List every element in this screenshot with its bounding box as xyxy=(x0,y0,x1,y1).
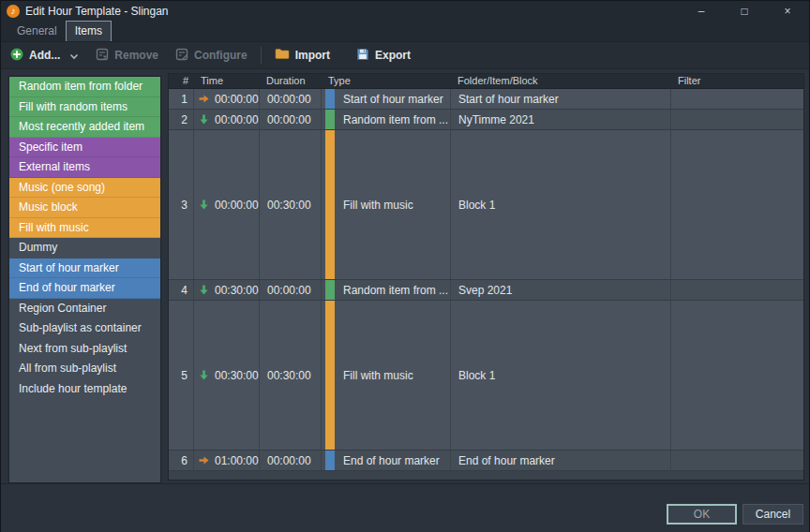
row-folder: Block 1 xyxy=(451,130,671,279)
column-header-number[interactable]: # xyxy=(169,74,194,88)
palette-list: Random item from folderFill with random … xyxy=(8,76,161,483)
toolbar: Add... Remove Configure Import xyxy=(1,42,809,69)
row-folder: End of hour marker xyxy=(451,451,671,470)
remove-list-icon xyxy=(96,48,109,64)
configure-button[interactable]: Configure xyxy=(175,48,248,64)
row-time: 00:00:00 xyxy=(215,199,259,212)
right-arrow-icon xyxy=(198,454,210,466)
column-header-folder[interactable]: Folder/Item/Block xyxy=(451,74,671,88)
palette-item[interactable]: Music (one song) xyxy=(9,178,160,199)
tab-bar: General Items xyxy=(1,22,809,42)
row-type: End of hour marker xyxy=(335,451,440,470)
type-color-bar xyxy=(325,130,335,279)
palette-item[interactable]: End of hour marker xyxy=(9,278,160,299)
toolbar-separator xyxy=(261,47,262,64)
palette-item[interactable]: External items xyxy=(9,157,160,178)
row-duration: 00:00:00 xyxy=(260,89,322,109)
table-row[interactable]: 100:00:0000:00:00Start of hour markerSta… xyxy=(169,89,803,110)
export-button-label: Export xyxy=(375,49,411,62)
row-time: 00:00:00 xyxy=(215,113,259,126)
palette-item[interactable]: Random item from folder xyxy=(9,77,160,97)
tab-items[interactable]: Items xyxy=(66,21,112,41)
table-row[interactable]: 601:00:0000:00:00End of hour markerEnd o… xyxy=(169,451,803,471)
table-body: 100:00:0000:00:00Start of hour markerSta… xyxy=(169,89,803,471)
row-filter xyxy=(671,130,803,279)
column-header-time[interactable]: Time xyxy=(194,74,260,88)
row-type: Fill with music xyxy=(335,301,413,450)
export-button[interactable]: Export xyxy=(356,48,411,64)
palette-item[interactable]: Next from sub-playlist xyxy=(9,339,160,360)
window-title: Edit Hour Template - Slingan xyxy=(25,5,680,18)
dialog-footer: OK Cancel xyxy=(1,483,809,532)
row-time: 00:00:00 xyxy=(215,93,259,106)
row-filter xyxy=(671,301,803,450)
table-row[interactable]: 300:00:0000:30:00Fill with musicBlock 1 xyxy=(169,130,803,280)
palette-item[interactable]: All from sub-playlist xyxy=(9,359,160,379)
ok-button[interactable]: OK xyxy=(667,504,737,525)
row-time-cell: 00:00:00 xyxy=(194,89,260,109)
column-header-duration[interactable]: Duration xyxy=(260,74,322,88)
palette-item[interactable]: Region Container xyxy=(9,299,160,319)
add-button[interactable]: Add... xyxy=(10,48,60,64)
tab-general[interactable]: General xyxy=(8,22,66,41)
items-table: # Time Duration Type Folder/Item/Block F… xyxy=(168,73,804,480)
palette-item-label: Next from sub-playlist xyxy=(19,342,127,355)
down-arrow-icon xyxy=(198,284,210,296)
palette-item[interactable]: Include hour template xyxy=(9,379,160,400)
row-filter xyxy=(671,280,803,300)
row-type-cell: Start of hour marker xyxy=(322,89,451,109)
palette-item[interactable]: Sub-playlist as container xyxy=(9,318,160,339)
row-time-cell: 00:00:00 xyxy=(194,130,260,279)
palette-item-label: Random item from folder xyxy=(19,80,142,93)
type-color-bar xyxy=(325,280,335,300)
table-row[interactable]: 500:30:0000:30:00Fill with musicBlock 1 xyxy=(169,301,803,451)
type-color-bar xyxy=(325,89,335,109)
palette-item[interactable]: Fill with music xyxy=(9,218,160,239)
palette-item[interactable]: Specific item xyxy=(9,138,160,158)
row-duration: 00:00:00 xyxy=(260,110,322,129)
row-duration: 00:00:00 xyxy=(260,451,322,470)
titlebar: ♪ Edit Hour Template - Slingan – □ × xyxy=(1,1,809,22)
palette-item-label: Dummy xyxy=(19,241,57,254)
maximize-button[interactable]: □ xyxy=(723,1,766,22)
minimize-button[interactable]: – xyxy=(680,1,723,22)
palette-item-label: External items xyxy=(19,160,90,173)
palette-item-label: Start of hour marker xyxy=(19,261,119,274)
edit-hour-template-dialog: ♪ Edit Hour Template - Slingan – □ × Gen… xyxy=(0,0,810,532)
row-folder: Start of hour marker xyxy=(451,89,671,109)
down-arrow-icon xyxy=(198,199,210,211)
add-button-label: Add... xyxy=(29,49,60,62)
table-header: # Time Duration Type Folder/Item/Block F… xyxy=(169,74,803,89)
dialog-content: Random item from folderFill with random … xyxy=(1,69,809,483)
row-duration: 00:00:00 xyxy=(260,280,322,300)
row-duration: 00:30:00 xyxy=(260,301,322,450)
palette-item[interactable]: Start of hour marker xyxy=(9,259,160,279)
palette-item-label: Sub-playlist as container xyxy=(19,321,142,334)
row-type: Random item from ... xyxy=(335,280,448,300)
row-filter xyxy=(671,451,803,470)
app-icon: ♪ xyxy=(7,5,20,18)
row-type-cell: Fill with music xyxy=(322,130,451,279)
palette-item-label: End of hour marker xyxy=(19,281,115,294)
column-header-type[interactable]: Type xyxy=(322,74,451,88)
import-button[interactable]: Import xyxy=(275,48,330,63)
row-type: Start of hour marker xyxy=(335,89,443,109)
row-type-cell: End of hour marker xyxy=(322,451,451,470)
palette-item-label: Region Container xyxy=(19,302,106,315)
palette-item[interactable]: Fill with random items xyxy=(9,97,160,118)
row-time: 00:30:00 xyxy=(215,369,259,382)
cancel-button[interactable]: Cancel xyxy=(742,504,803,525)
close-button[interactable]: × xyxy=(766,1,809,22)
add-dropdown-button[interactable] xyxy=(69,47,79,64)
row-time-cell: 00:00:00 xyxy=(194,110,260,129)
column-header-filter[interactable]: Filter xyxy=(671,74,803,88)
table-row[interactable]: 200:00:0000:00:00Random item from ...NyT… xyxy=(169,110,803,130)
palette-item[interactable]: Dummy xyxy=(9,238,160,259)
palette-item[interactable]: Most recently added item xyxy=(9,117,160,138)
table-row[interactable]: 400:30:0000:00:00Random item from ...Sve… xyxy=(169,280,803,301)
type-color-bar xyxy=(325,110,335,129)
remove-button[interactable]: Remove xyxy=(96,48,158,64)
row-type: Random item from ... xyxy=(335,110,448,129)
palette-item[interactable]: Music block xyxy=(9,198,160,218)
row-type-cell: Random item from ... xyxy=(322,110,451,129)
